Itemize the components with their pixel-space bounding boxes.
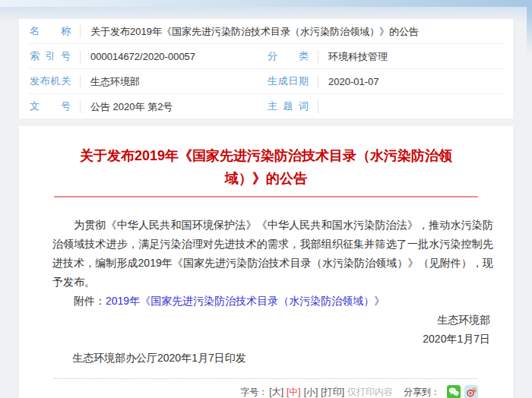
issue-note: 生态环境部办公厅2020年1月7日印发 — [72, 349, 498, 368]
print-button[interactable]: [打印] — [321, 386, 344, 398]
announcement-card: 关于发布2019年《国家先进污染防治技术目录（水污染防治领域）》的公告 为贯彻《… — [19, 126, 513, 398]
meta-cell-gen-date: 生成日期 2020-01-07 — [266, 69, 504, 93]
meta-value-name: 关于发布2019年《国家先进污染防治技术目录（水污染防治领域）》的公告 — [80, 25, 504, 38]
meta-label-index: 索引号 — [30, 49, 71, 63]
meta-label-docno: 文号 — [30, 100, 71, 113]
top-gradient-band — [0, 0, 532, 7]
fontsize-medium-button[interactable]: [中] — [287, 386, 301, 398]
title-divider — [54, 196, 478, 197]
share-label: 分享到： — [404, 386, 440, 398]
meta-cell-docno: 文号 公告 2020年 第2号 — [28, 94, 266, 118]
announcement-paragraph: 为贯彻《中华人民共和国环境保护法》《中华人民共和国水污染防治法》，推动水污染防治… — [52, 216, 493, 292]
meta-cell-subject: 主题词 — [266, 94, 504, 118]
meta-row-docno: 文号 公告 2020年 第2号 主题词 — [28, 94, 504, 118]
footer-toolbar: 字号： [大] [中] [小] [打印] 仅打印内容 分享到： — [34, 385, 478, 398]
meta-label-name: 名称 — [30, 24, 71, 38]
meta-label-subject: 主题词 — [268, 100, 309, 113]
meta-row-org: 发布机关 生态环境部 生成日期 2020-01-07 — [28, 69, 504, 94]
meta-value-index: 000014672/2020-00057 — [80, 50, 266, 63]
fontsize-large-button[interactable]: [大] — [269, 386, 283, 398]
wechat-share-icon[interactable] — [447, 385, 461, 398]
page-container: 名称 关于发布2019年《国家先进污染防治技术目录（水污染防治领域）》的公告 索… — [19, 19, 513, 398]
meta-label-gen-date: 生成日期 — [268, 74, 309, 88]
meta-cell-category: 分类 环境科技管理 — [266, 44, 504, 68]
meta-cell-org: 发布机关 生态环境部 — [28, 69, 266, 93]
meta-value-docno: 公告 2020年 第2号 — [80, 100, 266, 113]
meta-cell-name: 名称 关于发布2019年《国家先进污染防治技术目录（水污染防治领域）》的公告 — [28, 19, 504, 43]
meta-row-name: 名称 关于发布2019年《国家先进污染防治技术目录（水污染防治领域）》的公告 — [28, 19, 504, 44]
signature-date: 2020年1月7日 — [34, 330, 490, 349]
attachment-link[interactable]: 2019年《国家先进污染防治技术目录（水污染防治领域）》 — [106, 295, 385, 307]
document-info-table: 名称 关于发布2019年《国家先进污染防治技术目录（水污染防治领域）》的公告 索… — [19, 19, 513, 118]
meta-value-gen-date: 2020-01-07 — [318, 75, 504, 88]
meta-label-category: 分类 — [268, 49, 309, 63]
meta-value-subject — [318, 100, 504, 113]
signature-org: 生态环境部 — [34, 311, 490, 330]
meta-value-category: 环境科技管理 — [318, 50, 504, 63]
meta-label-org: 发布机关 — [30, 74, 71, 88]
meta-cell-index: 索引号 000014672/2020-00057 — [28, 44, 266, 68]
page-title: 关于发布2019年《国家先进污染防治技术目录（水污染防治领域）》的公告 — [76, 144, 456, 190]
attachment-line: 附件：2019年《国家先进污染防治技术目录（水污染防治领域）》 — [52, 292, 493, 311]
right-gradient-band — [527, 7, 532, 54]
fontsize-small-button[interactable]: [小] — [304, 386, 318, 398]
weibo-share-icon[interactable] — [464, 385, 478, 398]
fontsize-label: 字号： — [240, 386, 268, 398]
meta-row-index: 索引号 000014672/2020-00057 分类 环境科技管理 — [28, 44, 504, 69]
footer-divider — [54, 378, 478, 379]
attachment-label: 附件： — [74, 295, 106, 307]
print-content-only-link[interactable]: 仅打印内容 — [347, 386, 393, 398]
meta-value-org: 生态环境部 — [80, 75, 266, 88]
